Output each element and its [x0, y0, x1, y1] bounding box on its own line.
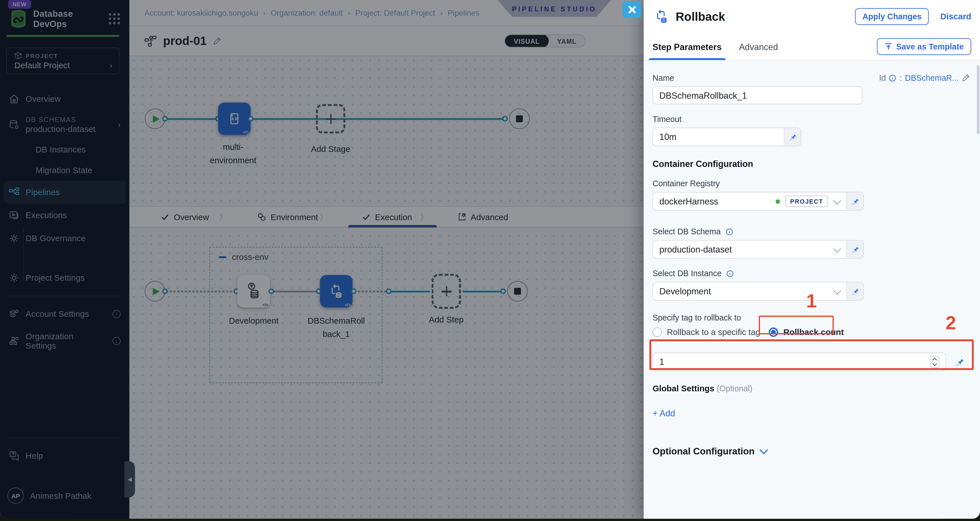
optional-configuration-toggle[interactable]: Optional Configuration: [652, 446, 971, 456]
db-instance-label-text: Select DB Instance: [652, 269, 721, 278]
project-scope-badge: PROJECT: [785, 196, 828, 207]
name-input[interactable]: [652, 86, 862, 104]
save-as-template-button[interactable]: Save as Template: [877, 38, 971, 55]
db-schema-label: Select DB Schema: [652, 227, 971, 236]
chevron-down-icon: [833, 196, 841, 204]
pin-icon: [788, 132, 797, 141]
db-instance-select[interactable]: Development: [652, 282, 864, 301]
global-settings-heading: Global Settings (Optional): [652, 384, 971, 393]
chevron-down-icon: [833, 287, 841, 294]
pin-icon: [851, 287, 859, 296]
db-schema-value: production-dataset: [660, 244, 732, 254]
drawer-header: Rollback Apply Changes Discard: [644, 0, 980, 33]
radio-circle[interactable]: [652, 328, 662, 337]
close-icon: [628, 6, 636, 14]
close-drawer-button[interactable]: [622, 1, 641, 18]
info-icon: [726, 270, 734, 277]
apply-changes-button[interactable]: Apply Changes: [855, 8, 929, 25]
background-content: NEW Database DevOps PROJECT Default Proj…: [0, 0, 644, 519]
db-schema-label-text: Select DB Schema: [652, 227, 721, 236]
step-config-drawer: Rollback Apply Changes Discard Step Para…: [644, 0, 980, 519]
container-registry-label: Container Registry: [652, 179, 971, 188]
db-schema-pin-button[interactable]: [846, 241, 863, 258]
radio-label: Rollback to a specific tag: [667, 328, 760, 337]
container-registry-field[interactable]: dockerHarness PROJECT: [652, 192, 864, 211]
rollback-icon: [654, 9, 670, 24]
annotation-box-rollback-count: [759, 315, 834, 335]
id-separator: :: [899, 73, 902, 83]
drawer-tabs: Step Parameters Advanced Save as Templat…: [644, 33, 980, 61]
container-registry-value: dockerHarness: [660, 196, 718, 206]
db-schema-select[interactable]: production-dataset: [652, 240, 864, 259]
chevron-down-icon: [760, 445, 768, 454]
modal-dim-overlay: [0, 0, 644, 519]
db-instance-pin-button[interactable]: [846, 282, 863, 300]
annotation-box-count-input: [649, 339, 974, 370]
tab-advanced[interactable]: Advanced: [739, 33, 778, 60]
add-link[interactable]: + Add: [652, 408, 971, 418]
radio-rollback-specific-tag[interactable]: Rollback to a specific tag: [652, 328, 760, 337]
tab-step-parameters[interactable]: Step Parameters: [652, 33, 721, 60]
drawer-title: Rollback: [676, 10, 849, 23]
annotation-number-1: 1: [806, 291, 817, 312]
db-instance-label: Select DB Instance: [652, 269, 971, 278]
pin-icon: [851, 197, 859, 206]
timeout-field: 10m: [652, 127, 801, 146]
annotation-number-2: 2: [946, 312, 956, 334]
drawer-scrollbar[interactable]: [977, 65, 980, 134]
app-window: NEW Database DevOps PROJECT Default Proj…: [0, 0, 980, 519]
id-value: DBSchemaR...: [905, 73, 959, 83]
info-icon: [889, 74, 896, 81]
save-as-template-label: Save as Template: [896, 42, 964, 51]
connector-status-dot: [776, 199, 780, 203]
chevron-down-icon: [833, 245, 841, 253]
upload-icon: [884, 42, 892, 51]
edit-pencil-icon[interactable]: [962, 74, 970, 82]
timeout-value[interactable]: 10m: [660, 132, 676, 142]
optional-configuration-label: Optional Configuration: [652, 446, 754, 456]
name-label: Name: [652, 73, 674, 83]
timeout-label: Timeout: [652, 114, 971, 124]
id-row: Id : DBSchemaR...: [879, 73, 971, 83]
discard-button[interactable]: Discard: [940, 12, 971, 21]
registry-pin-button[interactable]: [846, 193, 863, 210]
db-instance-value: Development: [660, 287, 711, 296]
info-icon: [725, 228, 733, 236]
id-label: Id: [879, 73, 886, 83]
container-configuration-heading: Container Configuration: [652, 159, 971, 169]
optional-label: (Optional): [717, 384, 752, 393]
pin-icon: [851, 245, 859, 254]
timeout-pin-button[interactable]: [784, 128, 800, 146]
screen: NEW Database DevOps PROJECT Default Proj…: [0, 0, 980, 521]
step-parameters-form: Name Id : DBSchemaR... Timeout 10m Co: [644, 61, 980, 519]
global-settings-label: Global Settings: [652, 384, 714, 393]
